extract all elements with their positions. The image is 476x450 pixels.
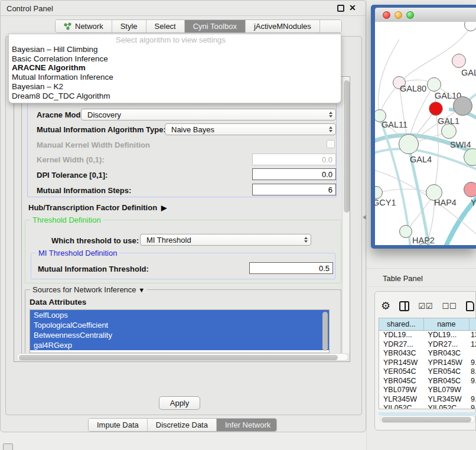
spinner-arrows-icon: [302, 237, 311, 243]
cell: 9.: [470, 358, 476, 368]
tab-infer-network-label: Infer Network: [225, 420, 270, 429]
which-threshold-combobox[interactable]: MI Threshold: [140, 234, 311, 246]
table-row[interactable]: YPR145W YPR145W 9.: [379, 358, 476, 368]
mi-threshold-field[interactable]: [249, 262, 333, 274]
tab-impute-data[interactable]: Impute Data: [89, 419, 148, 431]
tab-infer-network[interactable]: Infer Network: [217, 419, 277, 431]
panel-splitter-arrow[interactable]: [363, 215, 366, 220]
settings-hscroll-track[interactable]: [17, 353, 348, 361]
network-node[interactable]: [464, 182, 476, 197]
cell: YER054C: [379, 367, 424, 377]
control-panel-tabbar: Network Style Select Cyni Toolbox jActiv…: [55, 19, 342, 33]
tab-discretize-data[interactable]: Discretize Data: [148, 419, 217, 431]
unchecked-boxes-icon[interactable]: ☐☐: [442, 302, 457, 311]
cell: YDR27...: [379, 340, 424, 350]
node-label: GAL4: [410, 155, 432, 164]
algorithm-placeholder: Select algorithm to view settings: [9, 34, 341, 45]
network-view-window: GAL GAL80 GAL10 GAL1 GAL11 SWI4 GAL4 Y G…: [371, 5, 476, 249]
tab-cyni-toolbox[interactable]: Cyni Toolbox: [185, 20, 246, 32]
tab-impute-data-label: Impute Data: [97, 420, 139, 429]
mi-type-combobox[interactable]: Naive Bayes: [165, 123, 336, 135]
document-icon[interactable]: [466, 301, 474, 311]
network-node-gal10[interactable]: [427, 77, 441, 92]
list-item[interactable]: gal4RGexp: [30, 340, 329, 350]
sources-legend-wrap[interactable]: Sources for Network Inference ▼: [30, 285, 147, 294]
table-row[interactable]: YER054C YER054C 8.: [379, 367, 476, 377]
column-header-name[interactable]: name: [424, 318, 470, 330]
cell: YPR145W: [424, 358, 470, 368]
network-node-gray[interactable]: [453, 96, 472, 116]
dpi-tolerance-label: DPI Tolerance [0,1]:: [37, 171, 107, 180]
cell: YBR045C: [379, 377, 424, 386]
float-window-icon[interactable]: [337, 5, 344, 12]
hub-definition-toggle[interactable]: Hub/Transcription Factor Definition ▶: [28, 203, 167, 212]
network-node-gal1[interactable]: [429, 102, 443, 116]
algorithm-option-selected[interactable]: ARACNE Algorithm: [9, 63, 341, 73]
close-icon[interactable]: ✕: [349, 3, 356, 12]
table-row[interactable]: YBL079W YBL079W: [379, 386, 476, 395]
list-item[interactable]: BetweennessCentrality: [30, 330, 329, 340]
table-row[interactable]: YBR045C YBR045C 9.: [379, 377, 476, 386]
gear-icon[interactable]: ⚙: [381, 301, 390, 311]
tab-style-label: Style: [120, 22, 138, 31]
table-hscroll-track[interactable]: [380, 415, 475, 423]
list-scrollbar[interactable]: [322, 312, 328, 351]
dpi-tolerance-field[interactable]: [252, 168, 336, 180]
algorithm-option[interactable]: Dream8 DC_TDC Algorithm: [9, 92, 341, 101]
algorithm-option[interactable]: Bayesian – Hill Climbing: [9, 45, 341, 54]
which-threshold-value: MI Threshold: [141, 236, 302, 244]
table-hscroll-thumb[interactable]: [382, 417, 471, 422]
manual-kernel-label: Manual Kernel Width Definition: [37, 141, 150, 149]
algorithm-option[interactable]: Bayesian – K2: [9, 82, 341, 92]
algorithm-option[interactable]: Basic Correlation Inference: [9, 54, 341, 64]
table-row[interactable]: YDR27... YDR27... 12: [379, 340, 476, 350]
tab-jactivemnodules[interactable]: jActiveMNodules: [246, 20, 320, 32]
mi-threshold-definition-legend: MI Threshold Definition: [36, 249, 119, 257]
network-node[interactable]: [452, 54, 466, 68]
close-traffic-light[interactable]: [383, 11, 390, 19]
mi-steps-field[interactable]: [252, 184, 336, 195]
kernel-width-field: [252, 154, 336, 165]
zoom-traffic-light[interactable]: [406, 11, 414, 19]
tab-select[interactable]: Select: [146, 20, 185, 32]
checked-boxes-icon[interactable]: ☑☑: [418, 302, 433, 311]
network-window-titlebar[interactable]: [375, 8, 476, 22]
minimize-traffic-light[interactable]: [395, 11, 402, 19]
cell: YBL079W: [379, 386, 424, 395]
expanded-arrow-icon: ▼: [138, 286, 145, 294]
network-node-hap2[interactable]: [399, 225, 412, 238]
column-header-shared[interactable]: shared...: [379, 318, 424, 330]
network-node-gal4[interactable]: [399, 134, 419, 154]
split-columns-icon[interactable]: [399, 301, 409, 311]
algorithm-option[interactable]: Mutual Information Inference: [9, 73, 341, 82]
settings-vscroll-thumb[interactable]: [344, 80, 350, 213]
tab-style[interactable]: Style: [112, 20, 146, 32]
table-row[interactable]: YBR043C YBR043C: [379, 349, 476, 358]
node-label: GAL11: [382, 120, 407, 129]
tab-network[interactable]: Network: [56, 20, 112, 32]
list-item[interactable]: SelfLoops: [30, 310, 329, 320]
spinner-arrows-icon: [327, 112, 335, 118]
table-panel-title: Table Panel: [383, 274, 423, 283]
network-canvas[interactable]: GAL GAL80 GAL10 GAL1 GAL11 SWI4 GAL4 Y G…: [375, 22, 476, 245]
tabbar-filler: [320, 20, 341, 32]
cell: YLR345W: [424, 395, 470, 405]
docked-panel-icon[interactable]: [3, 444, 13, 450]
table-panel-window: ⚙ ☑☑ ☐☐ shared... name YDL19... YDL19...…: [374, 291, 476, 431]
column-header-partial[interactable]: [470, 318, 476, 330]
apply-button[interactable]: Apply: [159, 396, 200, 410]
settings-hscroll-thumb[interactable]: [19, 355, 338, 360]
table-row[interactable]: YLR345W YLR345W 9.: [379, 395, 476, 405]
control-panel-titlebar[interactable]: Control Panel ✕: [1, 1, 366, 16]
table-row[interactable]: YDL19... YDL19... 13: [379, 331, 476, 340]
data-attributes-list[interactable]: SelfLoops TopologicalCoefficient Between…: [30, 309, 330, 353]
settings-vscroll-track[interactable]: [342, 77, 350, 353]
mi-steps-label: Mutual Information Steps:: [37, 186, 131, 195]
aracne-mode-combobox[interactable]: Discovery: [81, 109, 336, 120]
list-item[interactable]: TopologicalCoefficient: [30, 320, 329, 330]
mi-type-value: Naive Bayes: [165, 125, 327, 134]
cell: YER054C: [424, 367, 470, 377]
network-node-swi4[interactable]: [441, 123, 457, 139]
table-row[interactable]: YIL052C YIL052C 9: [379, 404, 476, 409]
divider: [366, 268, 476, 269]
